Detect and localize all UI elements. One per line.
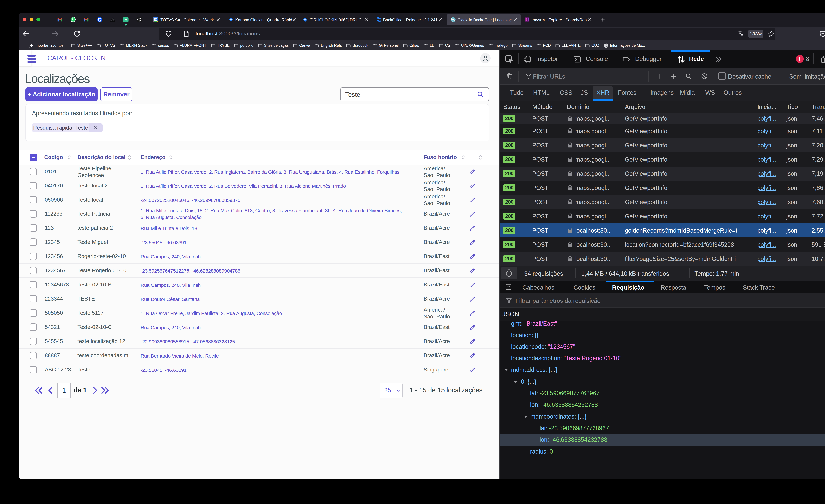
svg-text:31: 31: [154, 18, 157, 21]
